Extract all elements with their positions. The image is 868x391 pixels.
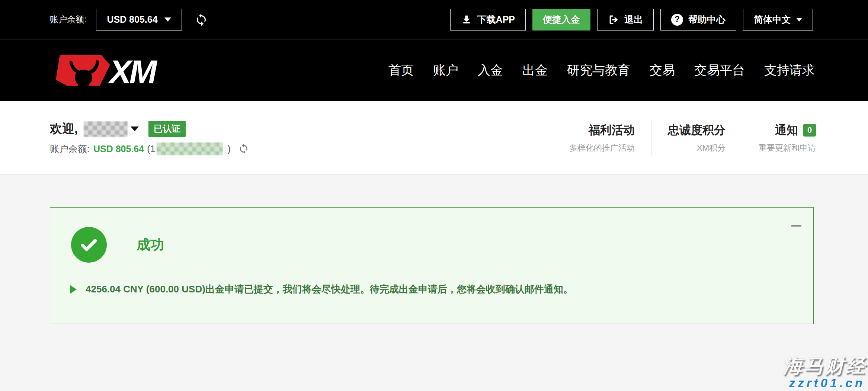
chevron-down-icon [796, 18, 802, 22]
welcome-balance-value: USD 805.64 [93, 144, 144, 154]
watermark: 海马财经 zzrt01.cn [783, 356, 867, 390]
collapse-alert-button[interactable] [791, 222, 801, 229]
main-navbar: XM 首页 账户 入金 出金 研究与教育 交易 交易平台 支持请求 [0, 39, 868, 101]
welcome-strip: 欢迎, 已认证 账户余额: USD 805.64 (1 ) 福利活动 多样化的推… [0, 101, 868, 175]
notifications-title: 通知 [775, 122, 798, 138]
promotions-link[interactable]: 福利活动 多样化的推广活动 [553, 120, 651, 156]
success-message-row: 4256.04 CNY (600.00 USD)出金申请已提交，我们将会尽快处理… [70, 283, 573, 296]
nav-item-platforms[interactable]: 交易平台 [694, 62, 745, 79]
account-balance-label: 账户余额: [50, 14, 86, 25]
success-header: 成功 [71, 227, 164, 263]
svg-text:XM: XM [108, 53, 158, 88]
nav-item-support[interactable]: 支持请求 [764, 62, 815, 79]
nav-item-withdraw[interactable]: 出金 [522, 62, 548, 79]
top-utility-bar: 账户余额: USD 805.64 下载APP 便捷入金 [0, 0, 868, 39]
logout-button[interactable]: 退出 [597, 9, 654, 31]
language-label: 简体中文 [754, 13, 791, 26]
download-app-label: 下载APP [477, 13, 515, 26]
user-name-redacted [84, 121, 128, 137]
welcome-greeting: 欢迎, [50, 121, 78, 137]
xm-logo[interactable]: XM [48, 52, 160, 88]
balance-value: USD 805.64 [107, 14, 157, 25]
notifications-count-badge: 0 [803, 124, 816, 137]
account-number-prefix: (1 [147, 144, 155, 154]
account-number-redacted [157, 142, 223, 155]
nav-menu: 首页 账户 入金 出金 研究与教育 交易 交易平台 支持请求 [388, 62, 815, 79]
topbar-actions: 下载APP 便捷入金 退出 ? 帮助中心 简体中文 [450, 9, 813, 31]
promotions-title: 福利活动 [569, 122, 635, 138]
quick-deposit-button[interactable]: 便捷入金 [532, 9, 590, 31]
logout-label: 退出 [624, 13, 643, 26]
download-app-button[interactable]: 下载APP [450, 9, 526, 31]
nav-item-trading[interactable]: 交易 [650, 62, 675, 79]
minus-icon [791, 225, 801, 227]
nav-item-account[interactable]: 账户 [433, 62, 458, 79]
triangle-bullet-icon [70, 285, 77, 294]
account-switcher-caret-icon[interactable] [131, 126, 139, 131]
help-icon: ? [671, 14, 683, 26]
nav-item-home[interactable]: 首页 [388, 62, 414, 79]
download-icon [461, 14, 472, 25]
promotions-subtitle: 多样化的推广活动 [569, 142, 635, 154]
refresh-balance-icon[interactable] [195, 13, 208, 26]
quick-deposit-label: 便捷入金 [543, 13, 580, 26]
loyalty-title: 忠诚度积分 [668, 122, 726, 138]
nav-item-research-education[interactable]: 研究与教育 [567, 62, 630, 79]
nav-item-deposit[interactable]: 入金 [478, 62, 503, 79]
help-center-label: 帮助中心 [688, 13, 726, 26]
loyalty-points-link[interactable]: 忠诚度积分 XM积分 [651, 120, 742, 156]
success-alert: 成功 4256.04 CNY (600.00 USD)出金申请已提交，我们将会尽… [50, 207, 814, 324]
success-title: 成功 [137, 235, 164, 254]
help-center-button[interactable]: ? 帮助中心 [660, 9, 736, 31]
refresh-account-icon[interactable] [238, 143, 249, 154]
watermark-site: zzrt01.cn [783, 376, 867, 390]
language-dropdown[interactable]: 简体中文 [743, 9, 813, 31]
welcome-quick-links: 福利活动 多样化的推广活动 忠诚度积分 XM积分 通知 0 重要更新和申请 [553, 120, 816, 156]
chevron-down-icon [164, 17, 171, 22]
welcome-left: 欢迎, 已认证 账户余额: USD 805.64 (1 ) [50, 121, 249, 155]
main-content: 成功 4256.04 CNY (600.00 USD)出金申请已提交，我们将会尽… [0, 175, 868, 391]
account-number-suffix: ) [227, 144, 230, 154]
welcome-balance-label: 账户余额: [50, 143, 90, 155]
notifications-subtitle: 重要更新和申请 [759, 142, 816, 154]
success-message: 4256.04 CNY (600.00 USD)出金申请已提交，我们将会尽快处理… [86, 283, 573, 296]
logout-icon [608, 14, 619, 25]
success-check-icon [71, 227, 107, 263]
watermark-brand: 海马财经 [783, 356, 867, 376]
loyalty-subtitle: XM积分 [668, 142, 726, 154]
balance-currency-dropdown[interactable]: USD 805.64 [96, 9, 182, 31]
verified-badge: 已认证 [148, 121, 186, 137]
notifications-link[interactable]: 通知 0 重要更新和申请 [742, 120, 816, 156]
